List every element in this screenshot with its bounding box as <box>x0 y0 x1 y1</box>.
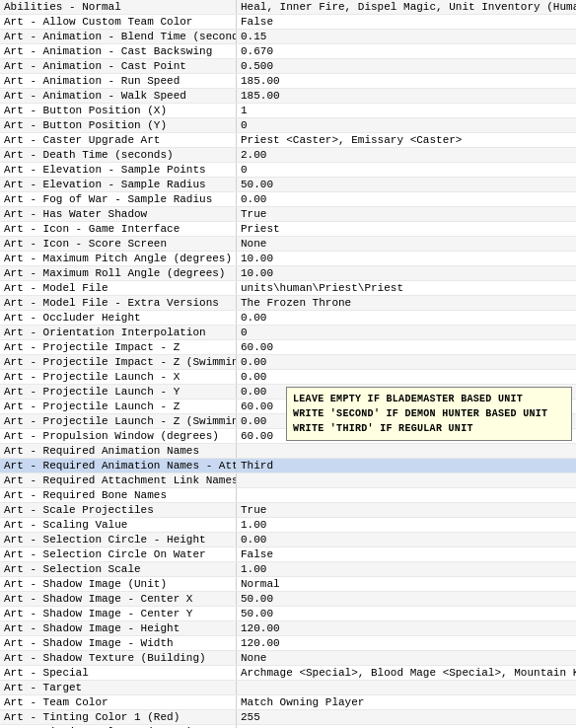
table-row[interactable]: Art - SpecialArchmage <Special>, Blood M… <box>0 666 576 681</box>
table-row[interactable]: Art - Model File - Extra VersionsThe Fro… <box>0 296 576 311</box>
table-row[interactable]: Art - Animation - Cast Point0.500 <box>0 59 576 74</box>
table-row[interactable]: Art - Death Time (seconds)2.00 <box>0 148 576 163</box>
table-row[interactable]: Art - Projectile Launch - Y0.00LEAVE EMP… <box>0 385 576 400</box>
table-row[interactable]: Art - Animation - Walk Speed185.00 <box>0 89 576 104</box>
table-row[interactable]: Art - Caster Upgrade ArtPriest <Caster>,… <box>0 133 576 148</box>
table-row[interactable]: Art - Maximum Roll Angle (degrees)10.00 <box>0 266 576 281</box>
row-label: Art - Target <box>0 681 237 694</box>
table-row[interactable]: Art - Animation - Run Speed185.00 <box>0 74 576 89</box>
table-row[interactable]: Art - Icon - Game InterfacePriest <box>0 222 576 237</box>
row-label: Art - Has Water Shadow <box>0 207 237 221</box>
row-label: Art - Shadow Image - Center Y <box>0 607 237 620</box>
row-label: Art - Required Bone Names <box>0 488 237 502</box>
row-label: Art - Required Animation Names - Attachm… <box>0 459 237 473</box>
row-value: 0.00 <box>237 192 576 206</box>
table-row[interactable]: Art - Animation - Blend Time (seconds)0.… <box>0 30 576 44</box>
row-value: True <box>237 207 576 221</box>
table-row[interactable]: Art - Team ColorMatch Owning Player <box>0 695 576 710</box>
row-value: False <box>237 547 576 561</box>
row-value: 0 <box>237 326 576 339</box>
row-label: Art - Elevation - Sample Radius <box>0 178 237 191</box>
row-label: Art - Occluder Height <box>0 311 237 325</box>
row-label: Art - Scale Projectiles <box>0 503 237 517</box>
table-row[interactable]: Art - Shadow Image - Center Y50.00 <box>0 607 576 621</box>
table-row[interactable]: Art - Shadow Image - Height120.00 <box>0 621 576 636</box>
row-label: Art - Shadow Texture (Building) <box>0 651 237 665</box>
table-row[interactable]: Art - Required Animation Names - Attachm… <box>0 459 576 473</box>
table-row[interactable]: Art - Model Fileunits\human\Priest\Pries… <box>0 281 576 296</box>
row-label: Art - Orientation Interpolation <box>0 326 237 339</box>
row-label: Art - Animation - Blend Time (seconds) <box>0 30 237 43</box>
row-label: Art - Projectile Impact - Z <box>0 340 237 354</box>
row-label: Art - Animation - Run Speed <box>0 74 237 88</box>
table-row[interactable]: Art - Required Bone Names <box>0 488 576 503</box>
table-row[interactable]: Art - Button Position (Y)0 <box>0 118 576 133</box>
table-row[interactable]: Art - Elevation - Sample Radius50.00 <box>0 178 576 192</box>
row-label: Art - Projectile Launch - X <box>0 370 237 384</box>
table-row[interactable]: Art - Elevation - Sample Points0 <box>0 163 576 178</box>
table-row[interactable]: Art - Shadow Image (Unit)Normal <box>0 577 576 592</box>
table-row[interactable]: Art - Scale ProjectilesTrue <box>0 503 576 518</box>
table-row[interactable]: Art - Animation - Cast Backswing0.670 <box>0 44 576 59</box>
row-value: Archmage <Special>, Blood Mage <Special>… <box>237 666 576 680</box>
table-row[interactable]: Art - Shadow Image - Width120.00 <box>0 636 576 651</box>
row-label: Art - Death Time (seconds) <box>0 148 237 162</box>
row-value: The Frozen Throne <box>237 296 576 310</box>
table-row[interactable]: Art - Projectile Impact - Z60.00 <box>0 340 576 355</box>
row-value: Match Owning Player <box>237 695 576 709</box>
table-row[interactable]: Art - Maximum Pitch Angle (degrees)10.00 <box>0 252 576 266</box>
row-value: 0.500 <box>237 59 576 73</box>
row-value: 0 <box>237 118 576 132</box>
table-row[interactable]: Art - Shadow Image - Center X50.00 <box>0 592 576 607</box>
row-label: Art - Model File <box>0 281 237 295</box>
row-label: Art - Model File - Extra Versions <box>0 296 237 310</box>
tooltip-box: LEAVE EMPTY IF BLADEMASTER BASED UNITWRI… <box>286 387 572 441</box>
row-label: Art - Caster Upgrade Art <box>0 133 237 147</box>
table-row[interactable]: Art - Selection Circle - Height0.00 <box>0 533 576 547</box>
row-label: Art - Shadow Image - Center X <box>0 592 237 606</box>
row-label: Art - Selection Circle - Height <box>0 533 237 546</box>
row-value: 1.00 <box>237 562 576 576</box>
table-row[interactable]: Art - Shadow Texture (Building)None <box>0 651 576 666</box>
row-value: Normal <box>237 577 576 591</box>
row-label: Art - Fog of War - Sample Radius <box>0 192 237 206</box>
row-label: Art - Shadow Image - Height <box>0 621 237 635</box>
row-value: 1.00 <box>237 518 576 532</box>
table-row[interactable]: Art - Icon - Score ScreenNone <box>0 237 576 252</box>
row-value: 50.00 <box>237 592 576 606</box>
table-row[interactable]: Art - Required Attachment Link Names <box>0 473 576 488</box>
table-row[interactable]: Art - Occluder Height0.00 <box>0 311 576 326</box>
table-row[interactable]: Abilities - NormalHeal, Inner Fire, Disp… <box>0 0 576 15</box>
table-row[interactable]: Art - Target <box>0 681 576 695</box>
row-value: 255 <box>237 710 576 724</box>
table-row[interactable]: Art - Has Water ShadowTrue <box>0 207 576 222</box>
table-row[interactable]: Art - Selection Scale1.00 <box>0 562 576 577</box>
table-row[interactable]: Art - Button Position (X)1 <box>0 104 576 118</box>
row-value: 185.00 <box>237 89 576 103</box>
row-label: Art - Projectile Impact - Z (Swimming) <box>0 355 237 369</box>
row-value: 50.00 <box>237 178 576 191</box>
row-label: Art - Scaling Value <box>0 518 237 532</box>
row-value: 120.00 <box>237 621 576 635</box>
row-value: 60.00 <box>237 340 576 354</box>
table-row[interactable]: Art - Projectile Launch - X0.00 <box>0 370 576 385</box>
row-label: Art - Selection Scale <box>0 562 237 576</box>
table-row[interactable]: Art - Allow Custom Team ColorFalse <box>0 15 576 30</box>
row-label: Art - Selection Circle On Water <box>0 547 237 561</box>
row-label: Art - Propulsion Window (degrees) <box>0 429 237 443</box>
table-row[interactable]: Art - Required Animation Names <box>0 444 576 459</box>
table-row[interactable]: Art - Orientation Interpolation0 <box>0 326 576 340</box>
table-row[interactable]: Art - Scaling Value1.00 <box>0 518 576 533</box>
row-value: None <box>237 651 576 665</box>
row-label: Abilities - Normal <box>0 0 237 14</box>
table-row[interactable]: Art - Tinting Color 1 (Red)255 <box>0 710 576 725</box>
row-label: Art - Animation - Cast Point <box>0 59 237 73</box>
properties-table: Abilities - NormalHeal, Inner Fire, Disp… <box>0 0 576 728</box>
table-row[interactable]: Art - Selection Circle On WaterFalse <box>0 547 576 562</box>
row-value: 10.00 <box>237 266 576 280</box>
row-value: True <box>237 503 576 517</box>
table-row[interactable]: Art - Projectile Impact - Z (Swimming)0.… <box>0 355 576 370</box>
table-row[interactable]: Art - Fog of War - Sample Radius0.00 <box>0 192 576 207</box>
row-value: 10.00 <box>237 252 576 265</box>
row-value: 0.00 <box>237 311 576 325</box>
